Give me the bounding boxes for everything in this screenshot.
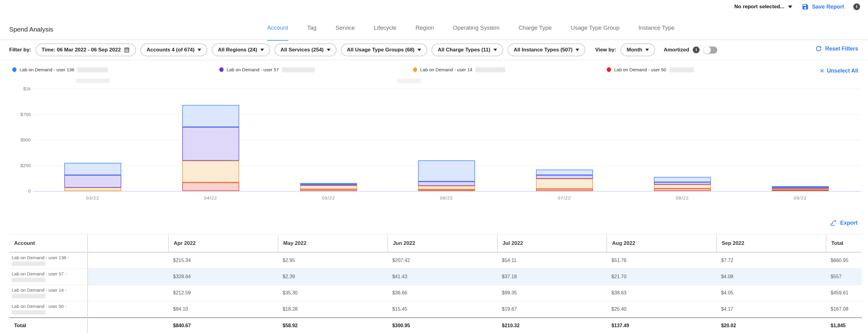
bar-segment-lab-on-demand-user-50[interactable] (300, 189, 357, 191)
filter-pill-time-06-mar-2022-06-sep-2022[interactable]: Time: 06 Mar 2022 - 06 Sep 2022 (35, 43, 136, 56)
value-cell: $38.63 (607, 285, 716, 301)
view-by-value: Month (627, 47, 642, 53)
tab-service[interactable]: Service (335, 25, 355, 41)
filter-pill-all-regions-24-[interactable]: All Regions (24) (212, 43, 270, 56)
account-name: Lab on Demand - user 57 - (12, 271, 66, 276)
chart-gridline (33, 114, 861, 115)
redacted-text (282, 67, 315, 72)
report-selector-label: No report selected... (735, 4, 784, 10)
legend-item[interactable]: Lab on Demand - user 14 (413, 67, 505, 72)
legend-dot (12, 67, 17, 72)
filter-pill-label: All Instance Types (507) (514, 47, 572, 53)
page-title: Spend Analysis (9, 26, 53, 33)
report-selector-dropdown[interactable]: No report selected... (735, 4, 792, 10)
bar-segment-lab-on-demand-user-136[interactable] (654, 177, 711, 182)
bar-segment-lab-on-demand-user-14[interactable] (418, 186, 475, 190)
tab-lifecycle[interactable]: Lifecycle (374, 25, 397, 41)
reset-filters-label: Reset Filters (825, 45, 858, 52)
bar-segment-lab-on-demand-user-136[interactable] (182, 105, 239, 127)
value-cell: $300.95 (388, 318, 497, 333)
value-cell: $210.32 (497, 318, 607, 333)
save-report-button[interactable]: Save Report (802, 3, 844, 10)
filter-pill-accounts-4-of-674-[interactable]: Accounts 4 (of 674) (140, 43, 207, 56)
bar-segment-lab-on-demand-user-50[interactable] (772, 190, 829, 191)
chevron-down-icon (327, 49, 331, 51)
account-name: Lab on Demand - user 14 - (12, 288, 66, 293)
tab-usage-type-group[interactable]: Usage Type Group (570, 25, 619, 41)
legend-label: Lab on Demand - user 14 (420, 67, 472, 72)
x-axis-tick-label: 03/22 (34, 195, 152, 200)
export-button[interactable]: Export (830, 219, 858, 227)
value-cell: $4.08 (716, 269, 826, 285)
table-row: Lab on Demand - user 50 -$84.10$18.28$15… (9, 301, 862, 318)
bar-segment-lab-on-demand-user-14[interactable] (182, 161, 239, 182)
filter-pill-all-usage-type-groups-68-[interactable]: All Usage Type Groups (68) (341, 43, 428, 56)
y-axis-tick-label: 0 (6, 188, 31, 193)
bar-segment-lab-on-demand-user-50[interactable] (418, 190, 475, 191)
legend-label: Lab on Demand - user 57 (227, 67, 279, 72)
filter-by-label: Filter by: (9, 47, 31, 53)
total-row: Total$840.67$58.92$300.95$210.32$137.49$… (9, 318, 862, 333)
bar-segment-lab-on-demand-user-57[interactable] (182, 127, 239, 161)
unselect-all-button[interactable]: ✕ Unselect All (819, 68, 858, 74)
bar-segment-lab-on-demand-user-57[interactable] (418, 181, 475, 186)
value-cell: $459.61 (826, 285, 862, 301)
tab-instance-type[interactable]: Instance Type (638, 25, 675, 41)
bar-segment-lab-on-demand-user-136[interactable] (64, 163, 121, 175)
spend-table: AccountApr 2022May 2022Jun 2022Jul 2022A… (9, 234, 862, 333)
value-cell: $18.28 (278, 301, 388, 317)
bar-segment-lab-on-demand-user-14[interactable] (654, 185, 711, 189)
save-report-label: Save Report (812, 4, 844, 10)
chart-gridline (33, 191, 861, 192)
value-cell: $840.67 (168, 318, 278, 333)
bar-segment-lab-on-demand-user-57[interactable] (64, 175, 121, 188)
value-cell: $99.35 (497, 285, 607, 301)
calendar-icon (124, 47, 130, 53)
info-icon[interactable]: i (693, 46, 700, 53)
bar-segment-lab-on-demand-user-14[interactable] (536, 179, 593, 189)
tab-region[interactable]: Region (415, 25, 434, 41)
chevron-down-icon (417, 49, 421, 51)
save-icon (802, 3, 809, 10)
tab-charge-type[interactable]: Charge Type (519, 25, 552, 41)
bar-segment-lab-on-demand-user-50[interactable] (536, 189, 593, 191)
x-axis-tick-label: 04/22 (152, 195, 270, 200)
toggle-knob (703, 46, 711, 54)
y-axis-tick-label: $500 (6, 137, 31, 142)
legend-item[interactable]: Lab on Demand - user 57 (219, 67, 315, 72)
value-cell: $21.70 (607, 269, 716, 285)
filter-pill-all-instance-types-507-[interactable]: All Instance Types (507) (507, 43, 585, 56)
bar-segment-lab-on-demand-user-57[interactable] (654, 182, 711, 184)
spacer-cell (87, 235, 168, 252)
reset-filters-button[interactable]: Reset Filters (815, 45, 858, 52)
value-cell: $4.17 (716, 301, 826, 317)
spacer-cell (87, 318, 168, 333)
filter-pill-all-charge-types-11-[interactable]: All Charge Types (11) (432, 43, 503, 56)
bar-segment-lab-on-demand-user-136[interactable] (536, 170, 593, 175)
stacked-bar-09-22 (772, 186, 829, 191)
legend-item[interactable]: Lab on Demand - user 136 (12, 67, 108, 72)
bar-segment-lab-on-demand-user-14[interactable] (300, 186, 357, 189)
legend-item[interactable]: Lab on Demand - user 50 (607, 67, 694, 72)
table-header-row: AccountApr 2022May 2022Jun 2022Jul 2022A… (9, 235, 862, 253)
view-by-dropdown[interactable]: Month (621, 43, 655, 56)
stacked-bar-05-22 (300, 183, 357, 191)
x-axis-tick-label: 05/22 (270, 195, 388, 200)
bar-segment-lab-on-demand-user-57[interactable] (536, 175, 593, 179)
bar-segment-lab-on-demand-user-50[interactable] (654, 189, 711, 191)
tab-tag[interactable]: Tag (307, 25, 317, 41)
info-icon[interactable]: i (853, 3, 860, 10)
amortized-toggle[interactable] (703, 46, 717, 54)
bar-segment-lab-on-demand-user-14[interactable] (64, 188, 121, 191)
export-icon (830, 219, 837, 227)
bar-segment-lab-on-demand-user-50[interactable] (182, 182, 239, 191)
table-header-cell: Jul 2022 (497, 235, 607, 252)
redacted-text (397, 79, 421, 83)
legend-dot (413, 67, 417, 72)
chart-legend: Lab on Demand - user 136Lab on Demand - … (0, 63, 868, 85)
value-cell: $20.02 (716, 318, 826, 333)
filter-pill-all-services-254-[interactable]: All Services (254) (274, 43, 337, 56)
tab-account[interactable]: Account (267, 25, 288, 41)
bar-segment-lab-on-demand-user-136[interactable] (418, 160, 475, 181)
tab-operating-system[interactable]: Operating System (453, 25, 500, 41)
